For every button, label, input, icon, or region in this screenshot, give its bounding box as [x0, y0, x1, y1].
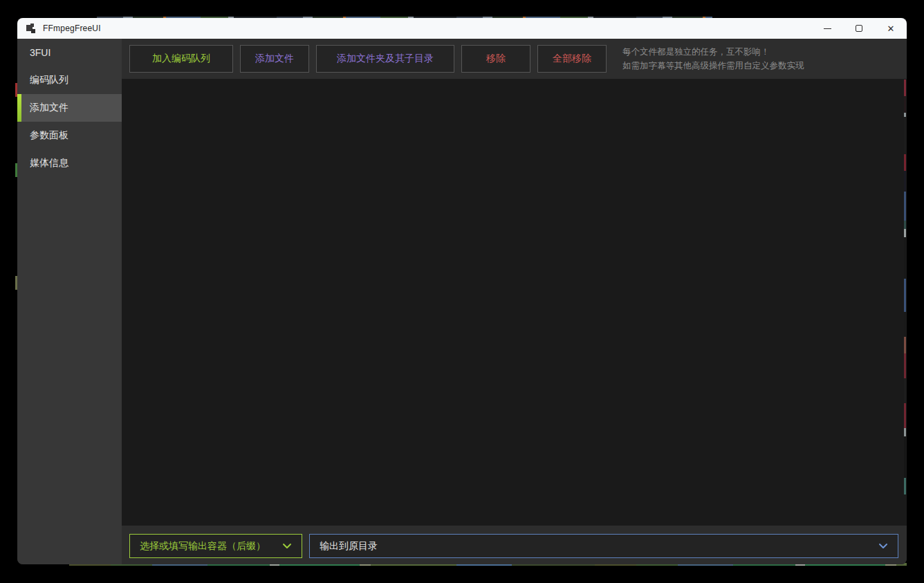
close-icon: ✕	[887, 24, 895, 33]
chevron-down-icon	[282, 543, 292, 549]
output-directory-select[interactable]: 输出到原目录	[309, 534, 898, 558]
output-directory-select-value: 输出到原目录	[320, 540, 873, 553]
output-container-select-value: 选择或填写输出容器（后缀）	[140, 540, 277, 553]
toolbar-hint-text: 每个文件都是独立的任务，互不影响！ 如需加字幕等其他高级操作需用自定义参数实现	[622, 45, 804, 73]
maximize-button[interactable]	[843, 18, 875, 39]
sidebar-item-3fui[interactable]: 3FUI	[17, 39, 122, 66]
sidebar-item-label: 参数面板	[30, 129, 68, 142]
sidebar-item-encode-queue[interactable]: 编码队列	[17, 66, 122, 94]
remove-button[interactable]: 移除	[461, 45, 530, 73]
titlebar: FFmpegFreeUI ✕	[17, 18, 907, 39]
sidebar-item-media-info[interactable]: 媒体信息	[17, 149, 122, 177]
add-files-button[interactable]: 添加文件	[240, 45, 309, 73]
add-to-encode-queue-button[interactable]: 加入编码队列	[129, 45, 233, 73]
toolbar: 加入编码队列 添加文件 添加文件夹及其子目录 移除 全部移除 每个文件都是独立的…	[122, 39, 907, 79]
close-button[interactable]: ✕	[875, 18, 907, 39]
sidebar: 3FUI 编码队列 添加文件 参数面板 媒体信息	[17, 39, 122, 564]
sidebar-item-parameter-panel[interactable]: 参数面板	[17, 122, 122, 149]
window-controls: ✕	[811, 18, 907, 39]
sidebar-item-label: 编码队列	[30, 74, 68, 86]
app-window: FFmpegFreeUI ✕ 3FUI 编码队列	[17, 18, 907, 564]
remove-all-button[interactable]: 全部移除	[537, 45, 607, 73]
hint-line-1: 每个文件都是独立的任务，互不影响！	[622, 45, 804, 59]
minimize-button[interactable]	[811, 18, 843, 39]
chevron-down-icon	[878, 543, 888, 549]
window-body: 3FUI 编码队列 添加文件 参数面板 媒体信息 加入编码队列 添加文件 添加文	[17, 39, 907, 564]
hint-line-2: 如需加字幕等其他高级操作需用自定义参数实现	[622, 59, 804, 73]
maximize-icon	[856, 25, 862, 32]
add-folder-recursive-button[interactable]: 添加文件夹及其子目录	[316, 45, 454, 73]
sidebar-item-add-files[interactable]: 添加文件	[17, 94, 122, 122]
output-container-select[interactable]: 选择或填写输出容器（后缀）	[129, 534, 302, 558]
screen: FFmpegFreeUI ✕ 3FUI 编码队列	[0, 0, 924, 583]
sidebar-item-label: 添加文件	[30, 102, 68, 114]
bottom-bar: 选择或填写输出容器（后缀） 输出到原目录	[122, 526, 907, 564]
minimize-icon	[824, 28, 831, 29]
sidebar-item-label: 媒体信息	[30, 157, 68, 169]
sidebar-item-label: 3FUI	[30, 47, 50, 58]
window-title: FFmpegFreeUI	[43, 24, 101, 33]
app-icon	[26, 24, 37, 34]
file-list-area[interactable]	[122, 79, 907, 526]
